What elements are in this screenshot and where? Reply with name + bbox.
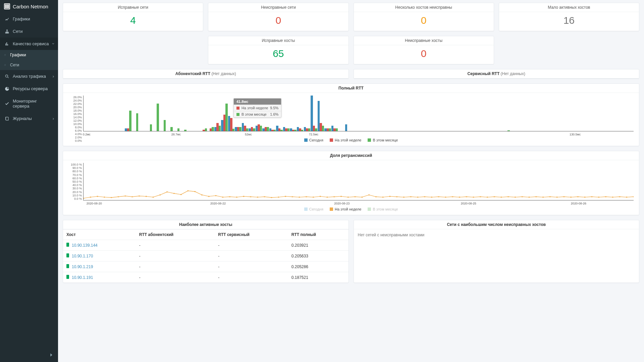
nav-item-Графики[interactable]: Графики <box>0 13 58 25</box>
legend-week[interactable]: На этой неделе <box>330 138 361 142</box>
legend-today[interactable]: Сегодня <box>304 138 323 142</box>
svg-point-51 <box>431 197 433 198</box>
panel-title: Абонентский RTT (Нет данных) <box>63 69 348 78</box>
svg-point-49 <box>417 197 419 198</box>
nav-subitem-Графики[interactable]: Графики <box>0 50 58 60</box>
panel-empty-message: Нет сетей с неисправными хостами <box>354 229 639 241</box>
nav-subitem-Сети[interactable]: Сети <box>0 60 58 70</box>
svg-point-72 <box>577 196 579 197</box>
svg-point-23 <box>236 197 237 198</box>
no-data-note: (Нет данных) <box>211 71 236 76</box>
nav-item-Анализ трафика[interactable]: Анализ трафика <box>0 70 58 82</box>
svg-point-35 <box>320 196 321 197</box>
stat-value: 4 <box>63 12 203 31</box>
cell-rtt-sub: - <box>136 251 215 261</box>
nav-label: Анализ трафика <box>13 74 46 79</box>
host-link[interactable]: 10.90.139.144 <box>72 243 98 248</box>
svg-point-70 <box>563 196 565 197</box>
svg-point-4 <box>104 197 105 198</box>
check-icon <box>5 101 9 106</box>
host-link[interactable]: 10.90.1.170 <box>72 254 93 258</box>
svg-point-21 <box>222 197 224 198</box>
rtt-full-chart[interactable]: 26.0%24.0%22.0%20.0%18.0%16.0%14.0%12.0%… <box>68 96 634 137</box>
svg-point-5 <box>111 197 112 198</box>
nav-item-Ресурсы сервера[interactable]: Ресурсы сервера <box>0 82 58 95</box>
panel-rtt-full: Полный RTT 26.0%24.0%22.0%20.0%18.0%16.0… <box>63 83 639 146</box>
svg-point-25 <box>250 196 252 197</box>
chart-body[interactable]: 26.0%24.0%22.0%20.0%18.0%16.0%14.0%12.0%… <box>63 93 639 146</box>
status-dot-icon <box>66 264 69 268</box>
table-header: Хост <box>63 230 136 240</box>
stat-panel: Исправные сети 4 <box>63 3 203 31</box>
svg-point-22 <box>229 196 231 197</box>
svg-point-57 <box>473 197 474 198</box>
nav-item-Журналы[interactable]: Журналы <box>0 112 58 125</box>
content: Исправные сети 4Неисправные сети 0Нескол… <box>58 0 644 362</box>
svg-point-7 <box>124 195 126 196</box>
svg-point-75 <box>598 197 600 198</box>
stat-title: Несколько хостов неисправны <box>354 3 494 12</box>
stat-title: Неисправные сети <box>208 3 348 12</box>
stat-panel: Неисправные сети 0 <box>208 3 348 31</box>
brand-icon <box>4 3 10 9</box>
legend-month[interactable]: В этом месяце <box>368 207 398 211</box>
svg-point-13 <box>166 191 168 192</box>
retrans-chart[interactable]: 100.0 %90.0 %80.0 %70.0 %60.0 %50.0 %40.… <box>68 163 634 206</box>
legend-month[interactable]: В этом месяце <box>368 138 398 142</box>
svg-point-14 <box>173 193 175 194</box>
svg-point-39 <box>347 197 349 198</box>
svg-point-78 <box>619 196 621 197</box>
legend-week[interactable]: На этой неделе <box>330 207 361 211</box>
stat-row-1: Исправные сети 4Неисправные сети 0Нескол… <box>63 3 639 31</box>
chart-tooltip: 41.8мсНа этой неделе9.5%В этом месяце1.6… <box>233 98 281 118</box>
svg-point-31 <box>291 196 293 197</box>
svg-point-29 <box>278 197 279 198</box>
svg-point-37 <box>333 196 335 197</box>
nav-item-Мониторинг сервера[interactable]: Мониторинг сервера <box>0 95 58 112</box>
svg-point-8 <box>131 196 133 197</box>
svg-point-10 <box>146 196 147 197</box>
legend-today[interactable]: Сегодня <box>304 207 323 211</box>
nav-label: Журналы <box>13 116 32 121</box>
cell-rtt-srv: - <box>215 240 288 251</box>
bottom-row: Наиболее активные хосты ХостRTT абонентс… <box>63 220 639 283</box>
chart-plot[interactable] <box>83 163 634 200</box>
stat-panel: Мало активных хостов 16 <box>499 3 639 31</box>
cell-rtt-full: 0.205633 <box>288 251 348 261</box>
sidebar: Carbon Netmon ГрафикиСетиКачество сервис… <box>0 0 58 362</box>
cell-rtt-sub: - <box>136 240 215 251</box>
retrans-row: Доля ретрансмиссий 100.0 %90.0 %80.0 %70… <box>63 151 639 215</box>
panel-rtt-subscriber: Абонентский RTT (Нет данных) <box>63 69 349 79</box>
svg-point-47 <box>403 197 405 198</box>
cell-rtt-sub: - <box>136 261 215 272</box>
chart-legend: Сегодня На этой неделе В этом месяце <box>68 206 634 213</box>
chart-plot[interactable]: 41.8мсНа этой неделе9.5%В этом месяце1.6… <box>83 96 634 131</box>
svg-point-67 <box>542 197 544 198</box>
nav-sublabel: Сети <box>10 63 19 67</box>
cell-rtt-srv: - <box>215 261 288 272</box>
svg-point-19 <box>208 196 210 197</box>
nav-item-Качество сервиса[interactable]: Качество сервиса <box>0 38 58 50</box>
nav-item-Сети[interactable]: Сети <box>0 25 58 38</box>
svg-point-1 <box>84 198 84 199</box>
svg-point-80 <box>633 196 634 197</box>
svg-point-60 <box>494 196 495 197</box>
sidebar-collapse-button[interactable] <box>49 352 54 359</box>
svg-point-43 <box>375 196 377 197</box>
x-axis-ticks: 0.2мс28.7мс52мс72.5мс130.5мс <box>83 133 634 137</box>
svg-point-50 <box>424 196 426 197</box>
panel-title: Сети с наибольшим числом неисправных хос… <box>354 220 639 229</box>
host-link[interactable]: 10.90.1.191 <box>72 275 93 280</box>
host-link[interactable]: 10.90.1.219 <box>72 264 93 269</box>
brand[interactable]: Carbon Netmon <box>0 0 58 13</box>
svg-point-17 <box>194 191 196 192</box>
svg-point-34 <box>313 197 314 198</box>
stat-value: 65 <box>208 45 348 64</box>
svg-point-30 <box>285 196 286 197</box>
table-row: 10.90.1.191 - - 0.187521 <box>63 272 348 283</box>
chart-body[interactable]: 100.0 %90.0 %80.0 %70.0 %60.0 %50.0 %40.… <box>63 160 639 215</box>
svg-point-62 <box>507 196 509 197</box>
search-icon <box>5 74 9 79</box>
svg-point-36 <box>326 197 328 198</box>
svg-point-42 <box>368 194 370 195</box>
